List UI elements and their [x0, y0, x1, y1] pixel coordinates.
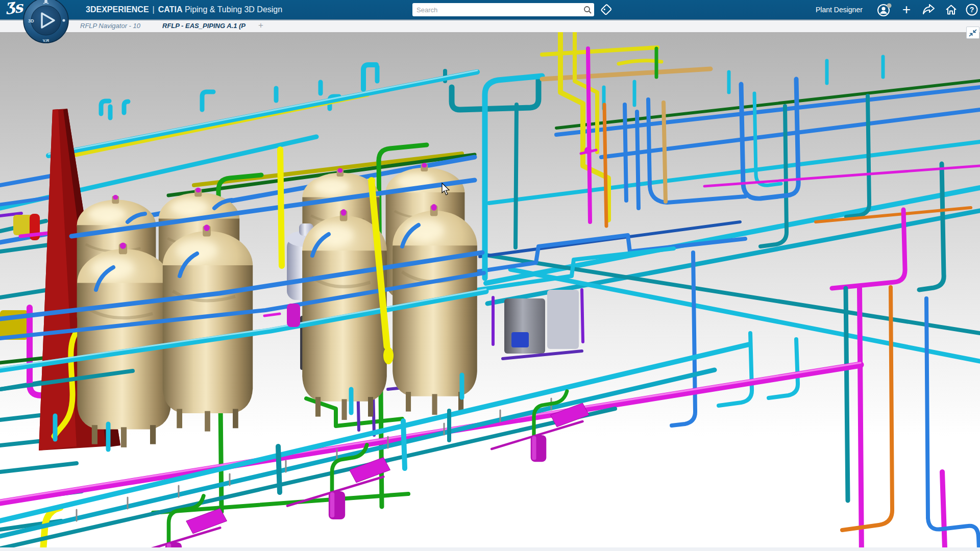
title-divider: | [153, 5, 155, 14]
compass-info-quadrant-icon [62, 19, 65, 21]
tab-rflp-navigator[interactable]: RFLP Navigator - 10 [80, 20, 140, 32]
tab-strip: RFLP Navigator - 10 RFLP - EAS_PIPING A.… [0, 20, 980, 32]
compass-vr-quadrant-label: V.R [43, 38, 50, 43]
tag-icon[interactable] [597, 0, 616, 19]
search-input[interactable] [412, 6, 581, 14]
3ds-logo[interactable]: Ʒs [4, 0, 23, 18]
blue-pump [511, 332, 529, 347]
product-name: CATIA [158, 5, 183, 14]
help-icon[interactable]: ? [964, 0, 980, 19]
app-name: Piping & Tubing 3D Design [185, 5, 282, 14]
tab-rflp-eas-piping[interactable]: RFLP - EAS_PIPING A.1 (P [162, 20, 246, 32]
piping-3d-scene[interactable] [0, 32, 980, 551]
svg-text:?: ? [970, 6, 974, 14]
new-tab-button[interactable]: + [258, 20, 263, 32]
fullscreen-toggle-icon[interactable] [966, 27, 979, 39]
3dexperience-compass[interactable]: 3D V.R [22, 0, 69, 46]
home-icon[interactable] [941, 0, 961, 19]
add-content-icon[interactable]: + [897, 0, 916, 19]
app-title: 3DEXPERIENCE|CATIA Piping & Tubing 3D De… [86, 0, 282, 19]
brand-name: 3DEXPERIENCE [86, 5, 149, 14]
share-icon[interactable] [919, 0, 938, 19]
top-bar: Ʒs 3DEXPERIENCE|CATIA Piping & Tubing 3D… [0, 0, 980, 20]
tank [163, 224, 253, 431]
search-box[interactable] [412, 3, 594, 16]
avatar-status-badge [887, 4, 892, 8]
user-role-label: Plant Designer [816, 0, 863, 19]
3d-viewport[interactable] [0, 32, 980, 551]
compass-3d-quadrant-label: 3D [28, 18, 34, 23]
user-avatar[interactable] [875, 0, 894, 19]
search-icon[interactable] [581, 3, 594, 16]
bottom-edge-strip [0, 547, 980, 551]
